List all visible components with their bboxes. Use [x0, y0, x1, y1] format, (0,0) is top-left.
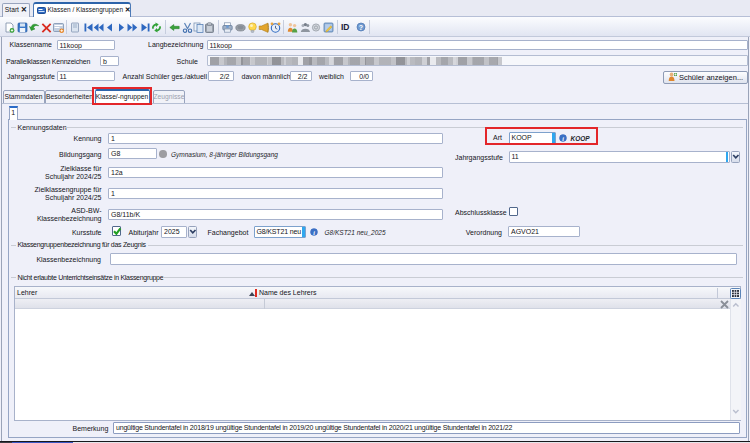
- svg-text:?: ?: [358, 23, 362, 30]
